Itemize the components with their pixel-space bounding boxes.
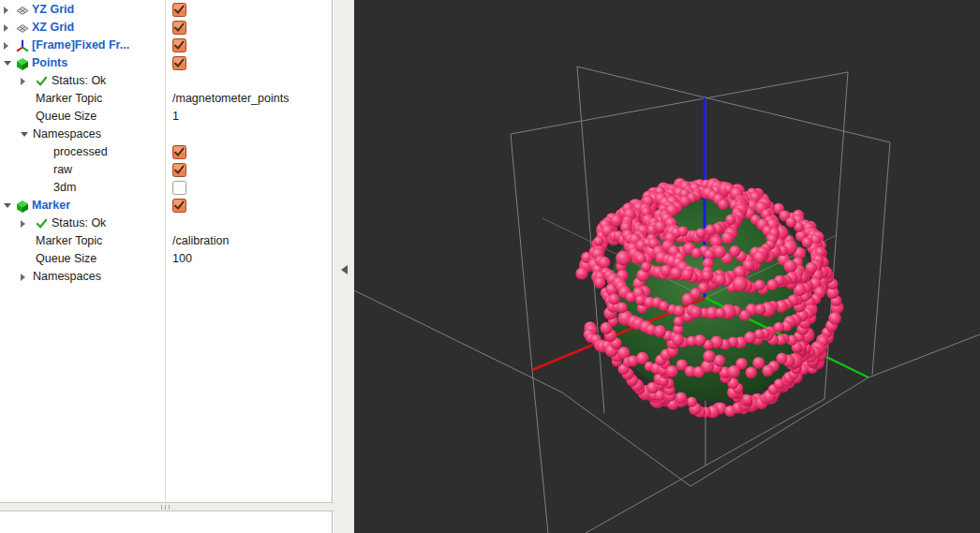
tree-row-points[interactable]: Points (0, 54, 332, 72)
magnetometer-point (670, 267, 682, 279)
magnetometer-point (594, 236, 604, 246)
property-value-queue-size[interactable]: 100 (172, 250, 192, 268)
tree-row-3dm[interactable]: 3dm (0, 179, 332, 197)
magnetometer-point (828, 312, 841, 325)
tree-label: 3dm (53, 179, 76, 197)
expanded-arrow-icon[interactable] (4, 61, 11, 66)
checkbox-processed[interactable] (172, 145, 186, 159)
collapse-panel-icon[interactable] (341, 265, 348, 274)
tree-label: raw (53, 161, 72, 179)
magnetometer-point (718, 200, 728, 210)
collapsed-arrow-icon[interactable] (4, 42, 8, 50)
tree-label: Status: Ok (52, 72, 106, 90)
tree-row-marker-topic[interactable]: Marker Topic/magnetometer_points (0, 90, 332, 108)
checkbox-3dm[interactable] (172, 181, 186, 195)
magnetometer-point (766, 279, 778, 290)
property-value-marker-topic[interactable]: /calibration (172, 232, 229, 250)
collapsed-arrow-icon[interactable] (21, 78, 25, 85)
collapsed-arrow-icon[interactable] (4, 7, 8, 14)
tree-row-namespaces[interactable]: Namespaces (0, 268, 332, 286)
magnetometer-point (641, 261, 651, 272)
magnetometer-point (762, 365, 774, 378)
checkbox-yz-grid[interactable] (172, 3, 186, 17)
magnetometer-point (690, 288, 701, 299)
checkbox-xz-grid[interactable] (172, 21, 186, 35)
tree-row-processed[interactable]: processed (0, 143, 332, 161)
expanded-arrow-icon[interactable] (4, 203, 11, 208)
tree-label: Namespaces (33, 268, 101, 286)
3d-viewport[interactable] (354, 0, 980, 533)
magnetometer-point (802, 237, 813, 248)
magnetometer-point (786, 217, 796, 228)
magnetometer-point (659, 301, 669, 311)
collapsed-arrow-icon[interactable] (4, 24, 8, 32)
magnetometer-point (774, 322, 784, 333)
magnetometer-point (575, 267, 587, 279)
tree-row-raw[interactable]: raw (0, 161, 332, 179)
magnetometer-point (755, 304, 766, 315)
magnetometer-point (681, 269, 693, 281)
magnetometer-point (754, 280, 765, 291)
magnetometer-point (752, 357, 765, 369)
tree-row-status-ok[interactable]: Status: Ok (0, 215, 332, 232)
tree-row-frame-fixed-fr[interactable]: [Frame]Fixed Fr... (0, 37, 332, 54)
magnetometer-point (666, 365, 678, 378)
splitter-grip-dot (161, 505, 162, 510)
tree-label: XZ Grid (32, 19, 74, 37)
tree-row-queue-size[interactable]: Queue Size100 (0, 250, 332, 268)
tree-label: Status: Ok (52, 215, 106, 232)
tree-row-queue-size[interactable]: Queue Size1 (0, 108, 332, 126)
marker-cube-icon (16, 200, 29, 213)
grid-line (511, 72, 848, 134)
tree-label: Points (32, 54, 67, 72)
checkbox-points[interactable] (172, 56, 186, 70)
magnetometer-point (714, 274, 726, 286)
magnetometer-point (705, 225, 716, 236)
property-column-divider[interactable] (165, 0, 166, 502)
magnetometer-point (691, 248, 702, 259)
magnetometer-point (679, 196, 690, 207)
collapsed-arrow-icon[interactable] (21, 220, 25, 228)
magnetometer-point (721, 231, 734, 244)
grid-line (577, 67, 890, 142)
panel-splitter[interactable] (0, 502, 334, 511)
grid-line (872, 142, 890, 375)
displays-panel: YZ GridXZ Grid[Frame]Fixed Fr...PointsSt… (0, 0, 333, 502)
magnetometer-point (616, 303, 628, 314)
expanded-arrow-icon[interactable] (21, 132, 28, 137)
property-value-queue-size[interactable]: 1 (172, 108, 179, 126)
tree-label: Queue Size (36, 108, 97, 126)
tree-label: Namespaces (33, 126, 101, 143)
tree-row-marker[interactable]: Marker (0, 197, 332, 215)
tree-label: Queue Size (36, 250, 97, 268)
tree-row-status-ok[interactable]: Status: Ok (0, 72, 332, 90)
tree-row-xz-grid[interactable]: XZ Grid (0, 19, 332, 37)
property-value-marker-topic[interactable]: /magnetometer_points (172, 90, 289, 108)
magnetometer-point (675, 392, 687, 404)
magnetometer-point (694, 334, 706, 347)
bottom-panel (0, 511, 333, 533)
magnetometer-point (702, 270, 713, 281)
magnetometer-point (744, 332, 756, 344)
checkbox-marker[interactable] (172, 199, 186, 213)
magnetometer-point (677, 226, 688, 236)
tree-row-namespaces[interactable]: Namespaces (0, 126, 332, 143)
magnetometer-point (594, 276, 606, 289)
checkbox-frame-fixed-fr[interactable] (172, 38, 186, 52)
tree-label: YZ Grid (32, 1, 74, 19)
magnetometer-point (608, 293, 619, 304)
collapsed-arrow-icon[interactable] (21, 274, 25, 281)
magnetometer-point (674, 305, 685, 317)
tree-label: [Frame]Fixed Fr... (32, 37, 129, 54)
magnetometer-point (598, 257, 610, 269)
checkbox-raw[interactable] (172, 163, 186, 177)
tree-row-marker-topic[interactable]: Marker Topic/calibration (0, 232, 332, 250)
status-ok-icon (36, 75, 49, 88)
magnetometer-point (672, 333, 684, 346)
magnetometer-point (784, 259, 797, 273)
frame-axes-icon (16, 39, 29, 52)
magnetometer-point (654, 325, 666, 337)
magnetometer-point (696, 229, 706, 239)
magnetometer-point (742, 394, 752, 405)
tree-row-yz-grid[interactable]: YZ Grid (0, 1, 332, 19)
